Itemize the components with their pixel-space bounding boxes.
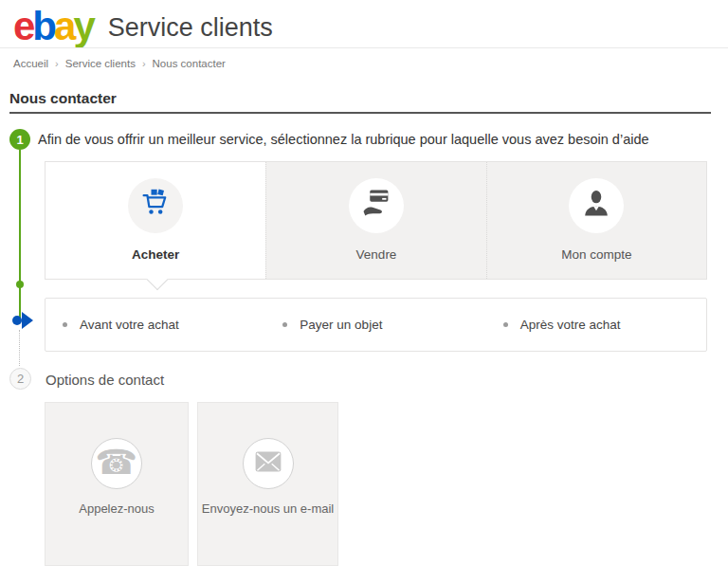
step-2-badge: 2 xyxy=(9,368,31,390)
header-title: Service clients xyxy=(108,13,273,43)
breadcrumb: Accueil › Service clients › Nous contact… xyxy=(13,58,226,69)
service-clients-page: ebay Service clients Accueil › Service c… xyxy=(0,0,728,583)
envelope-icon xyxy=(254,450,282,477)
timeline-dotted-line xyxy=(19,330,20,366)
call-us-icon-circle: ☎ xyxy=(91,438,142,489)
logo-letter-e: e xyxy=(13,4,32,48)
suboption-avant-votre-achat[interactable]: Avant votre achat xyxy=(46,318,265,332)
header-divider xyxy=(0,47,728,48)
call-us-label: Appelez-nous xyxy=(79,501,155,516)
selected-tab-caret-icon xyxy=(147,269,169,291)
phone-icon: ☎ xyxy=(96,446,138,480)
breadcrumb-service-clients[interactable]: Service clients xyxy=(65,58,136,69)
tab-acheter[interactable]: Acheter xyxy=(46,162,265,279)
page-title-rule xyxy=(9,112,711,114)
breadcrumb-accueil[interactable]: Accueil xyxy=(13,58,48,69)
header: ebay Service clients xyxy=(13,8,273,46)
email-us-label: Envoyez-nous un e-mail xyxy=(202,501,334,516)
page-title: Nous contacter xyxy=(9,90,117,107)
breadcrumb-nous-contacter: Nous contacter xyxy=(153,58,226,69)
logo-letter-a: a xyxy=(54,4,73,48)
email-us-card[interactable]: Envoyez-nous un e-mail xyxy=(197,402,338,566)
tab-mon-compte-label: Mon compte xyxy=(561,247,631,262)
suboption-label: Payer un objet xyxy=(300,318,382,332)
suboptions-panel: Avant votre achat Payer un objet Après v… xyxy=(45,298,707,352)
step-1-badge: 1 xyxy=(9,129,30,150)
tab-acheter-label: Acheter xyxy=(132,247,179,262)
step-2-heading: Options de contact xyxy=(46,372,164,388)
shopping-cart-icon xyxy=(138,187,173,225)
breadcrumb-separator-icon: › xyxy=(142,58,146,69)
suboption-label: Avant votre achat xyxy=(80,318,179,332)
contact-options: ☎ Appelez-nous Envoyez-nous un e-mail xyxy=(45,402,338,566)
timeline-green-dot xyxy=(16,281,24,288)
tab-vendre[interactable]: Vendre xyxy=(265,162,485,279)
suboption-payer-un-objet[interactable]: Payer un objet xyxy=(265,318,485,332)
tab-mon-compte[interactable]: Mon compte xyxy=(486,162,706,279)
bullet-icon xyxy=(63,322,67,327)
bullet-icon xyxy=(282,322,287,327)
suboption-label: Après votre achat xyxy=(520,318,621,332)
tab-vendre-label: Vendre xyxy=(356,247,397,262)
timeline-arrow-icon xyxy=(22,312,33,329)
email-us-icon-circle xyxy=(243,438,294,489)
tab-mon-compte-icon-circle xyxy=(569,178,624,233)
logo-letter-b: b xyxy=(32,4,54,48)
suboption-apres-votre-achat[interactable]: Après votre achat xyxy=(486,318,706,332)
timeline-line xyxy=(19,150,21,319)
tab-vendre-icon-circle xyxy=(349,178,404,233)
step-1-instruction: Afin de vous offrir un meilleur service,… xyxy=(38,132,649,147)
timeline-blue-dot xyxy=(12,316,22,325)
category-tabs: Acheter Vendre xyxy=(45,161,707,280)
ebay-logo[interactable]: ebay xyxy=(13,8,93,46)
breadcrumb-separator-icon: › xyxy=(55,58,59,69)
logo-letter-y: y xyxy=(73,4,92,48)
card-in-hand-icon xyxy=(359,187,393,225)
call-us-card[interactable]: ☎ Appelez-nous xyxy=(45,402,189,566)
person-icon xyxy=(579,187,613,225)
tab-acheter-icon-circle xyxy=(128,178,183,233)
bullet-icon xyxy=(503,322,508,327)
